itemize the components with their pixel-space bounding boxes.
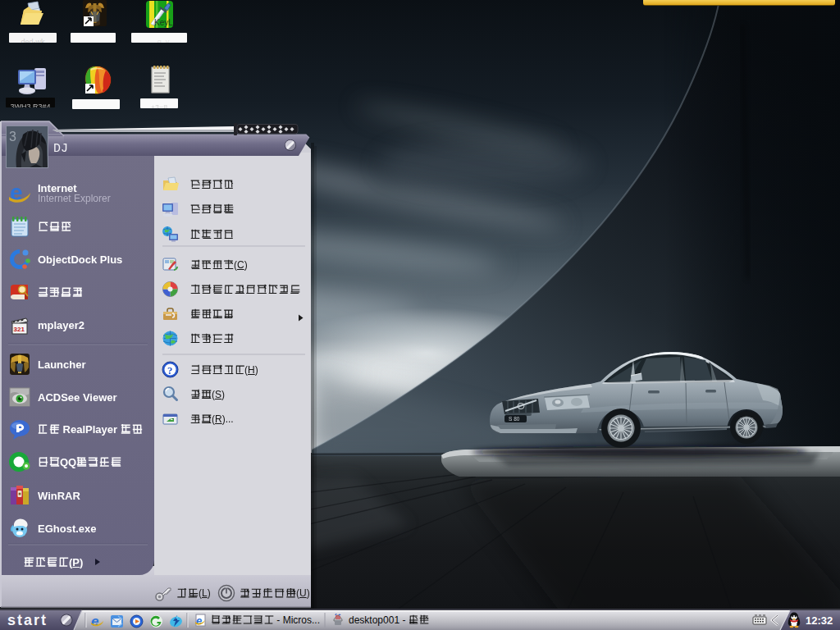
svg-text:start: start [7, 612, 48, 628]
svg-text:DJ: DJ [53, 142, 68, 156]
svg-text:12:32: 12:32 [806, 614, 833, 627]
svg-text:e: e [91, 614, 98, 628]
svg-text:3: 3 [9, 130, 16, 144]
svg-text:KeyL: KeyL [154, 18, 173, 27]
svg-text:S 80: S 80 [509, 416, 520, 422]
svg-text:?: ? [167, 364, 173, 377]
svg-text:321: 321 [14, 326, 25, 333]
svg-text:e: e [196, 614, 202, 627]
